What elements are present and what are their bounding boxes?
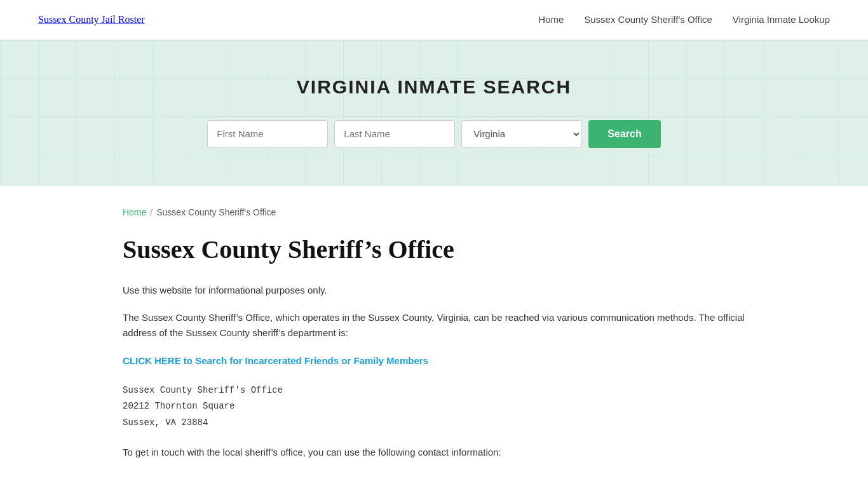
nav-sheriffs-office[interactable]: Sussex County Sheriff's Office	[584, 12, 712, 27]
breadcrumb-home[interactable]: Home	[123, 205, 146, 219]
inmate-search-form: VirginiaAlabamaAlaskaArizonaArkansasCali…	[13, 120, 855, 148]
site-header: Sussex County Jail Roster Home Sussex Co…	[0, 0, 868, 40]
breadcrumb-current: Sussex County Sheriff's Office	[156, 205, 276, 219]
state-select[interactable]: VirginiaAlabamaAlaskaArizonaArkansasCali…	[461, 120, 582, 148]
nav-inmate-lookup[interactable]: Virginia Inmate Lookup	[733, 12, 830, 27]
site-title[interactable]: Sussex County Jail Roster	[38, 11, 145, 28]
address-line-3: Sussex, VA 23884	[123, 415, 745, 431]
hero-banner: VIRGINIA INMATE SEARCH VirginiaAlabamaAl…	[0, 40, 868, 186]
intro-paragraph: Use this website for informational purpo…	[123, 283, 745, 299]
first-name-input[interactable]	[207, 120, 328, 148]
address-block: Sussex County Sheriff's Office 20212 Tho…	[123, 383, 745, 431]
search-button[interactable]: Search	[588, 120, 660, 148]
cta-search-link[interactable]: CLICK HERE to Search for Incarcerated Fr…	[123, 353, 428, 369]
address-line-2: 20212 Thornton Square	[123, 398, 745, 414]
breadcrumb: Home / Sussex County Sheriff's Office	[123, 205, 745, 219]
nav-home[interactable]: Home	[538, 12, 564, 27]
main-nav: Home Sussex County Sheriff's Office Virg…	[538, 12, 830, 27]
hero-title: VIRGINIA INMATE SEARCH	[13, 72, 855, 102]
main-content: Home / Sussex County Sheriff's Office Su…	[85, 186, 783, 488]
contact-paragraph: To get in touch with the local sheriff’s…	[123, 445, 745, 461]
page-title: Sussex County Sheriff’s Office	[123, 234, 745, 265]
breadcrumb-separator: /	[150, 205, 153, 219]
last-name-input[interactable]	[334, 120, 455, 148]
description-paragraph: The Sussex County Sheriff’s Office, whic…	[123, 310, 745, 342]
address-line-1: Sussex County Sheriff's Office	[123, 383, 745, 398]
